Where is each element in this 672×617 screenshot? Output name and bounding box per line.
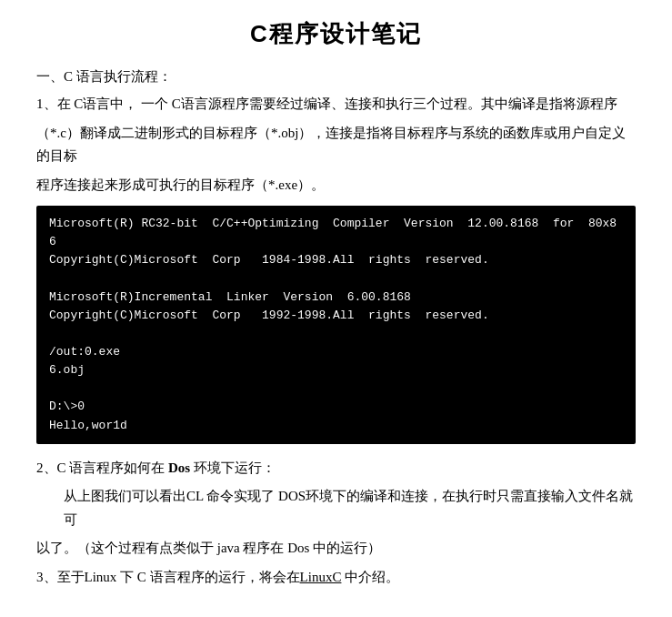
terminal-line-0: Microsoft(R) RC32-bit C/C++Optimizing Co…: [49, 215, 623, 251]
section1-heading: 一、C 语言执行流程：: [36, 68, 636, 86]
terminal-line-1: Copyright(C)Microsoft Corp 1984-1998.All…: [49, 251, 623, 269]
dos-desc2: 以了。（这个过程有点类似于 java 程序在 Dos 中的运行）: [36, 537, 636, 561]
terminal-line-7: 6.obj: [49, 361, 623, 379]
terminal-line-4: Copyright(C)Microsoft Corp 1992-1998.All…: [49, 307, 623, 325]
terminal-line-3: Microsoft(R)Incremental Linker Version 6…: [49, 288, 623, 307]
item3-number: 3、: [36, 570, 57, 584]
item3-text: 至于Linux 下 C 语言程序的运行，将会在LinuxC 中介绍。: [57, 570, 400, 584]
item2-text: C 语言程序如何在 Dos 环境下运行：: [57, 460, 276, 475]
terminal-line-9: D:\>0: [49, 398, 623, 416]
page-title: C程序设计笔记: [36, 18, 636, 50]
item2-number: 2、: [36, 460, 57, 475]
numbered-item-2: 2、C 语言程序如何在 Dos 环境下运行：: [36, 457, 636, 480]
dos-desc1: 从上图我们可以看出CL 命令实现了 DOS环境下的编译和连接，在执行时只需直接输…: [36, 485, 636, 531]
section2-gap: [36, 602, 636, 617]
terminal-line-8: [49, 379, 623, 398]
item1-text3: 程序连接起来形成可执行的目标程序（*.exe）。: [36, 174, 636, 197]
terminal-box: Microsoft(R) RC32-bit C/C++Optimizing Co…: [36, 206, 636, 444]
linuxc-link[interactable]: LinuxC: [300, 570, 342, 584]
section1: 一、C 语言执行流程： 1、在 C语言中， 一个 C语言源程序需要经过编译、连接…: [36, 68, 636, 589]
item1-text1: 在 C语言中， 一个 C语言源程序需要经过编译、连接和执行三个过程。其中编译是指…: [57, 96, 617, 111]
item1-number: 1、: [36, 96, 57, 111]
terminal-line-6: /out:0.exe: [49, 343, 623, 361]
numbered-item-1: 1、在 C语言中， 一个 C语言源程序需要经过编译、连接和执行三个过程。其中编译…: [36, 93, 636, 116]
numbered-item-3: 3、至于Linux 下 C 语言程序的运行，将会在LinuxC 中介绍。: [36, 566, 636, 590]
terminal-line-5: [49, 325, 623, 343]
terminal-line-2: [49, 269, 623, 288]
terminal-line-10: Hello,wor1d: [49, 417, 623, 435]
item1-text2: （*.c）翻译成二进制形式的目标程序（*.obj），连接是指将目标程序与系统的函…: [36, 122, 636, 168]
